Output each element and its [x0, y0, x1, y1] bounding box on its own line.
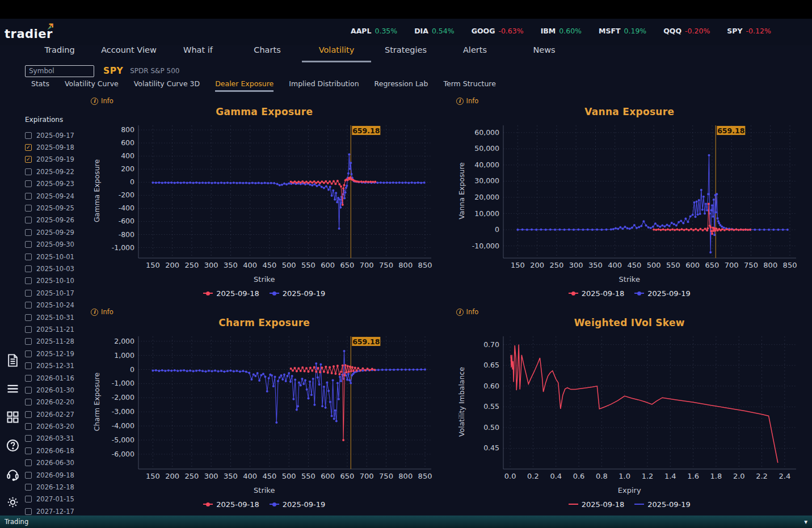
legend-item[interactable]: 2025-09-19 — [270, 289, 326, 298]
ticker-item-qqq[interactable]: QQQ-0.20% — [663, 27, 710, 35]
checkbox-icon[interactable]: ✓ — [25, 241, 32, 248]
expiration-row[interactable]: ✓2025-09-30 — [25, 239, 85, 251]
checkbox-icon[interactable]: ✓ — [25, 277, 32, 284]
chart-plot-vanna-exposure[interactable]: 1502002503003504004505005506006507007508… — [456, 121, 803, 273]
tradier-logo[interactable]: tradier — [5, 22, 55, 43]
legend-item[interactable]: 2025-09-19 — [270, 500, 326, 509]
nav-item-news[interactable]: News — [510, 45, 579, 62]
expiration-row[interactable]: ✓2025-09-26 — [25, 214, 85, 226]
checkbox-icon[interactable]: ✓ — [25, 314, 32, 321]
checkbox-icon[interactable]: ✓ — [25, 180, 32, 187]
subtab-stats[interactable]: Stats — [31, 79, 49, 92]
ticker-item-msft[interactable]: MSFT0.19% — [599, 27, 646, 35]
legend-item[interactable]: 2025-09-18 — [203, 500, 259, 509]
checkbox-icon[interactable]: ✓ — [25, 387, 32, 394]
expiration-row[interactable]: ✓2025-09-23 — [25, 178, 85, 190]
expiration-row[interactable]: ✓2026-02-20 — [25, 396, 85, 408]
subtab-term-structure[interactable]: Term Structure — [443, 79, 495, 92]
checkbox-icon[interactable]: ✓ — [25, 302, 32, 309]
expiration-row[interactable]: ✓2025-09-17 — [25, 129, 85, 141]
subtab-implied-distribution[interactable]: Implied Distribution — [289, 79, 359, 92]
menu-icon[interactable] — [5, 381, 20, 396]
subtab-dealer-exposure[interactable]: Dealer Exposure — [215, 79, 274, 92]
legend-item[interactable]: 2025-09-18 — [203, 289, 259, 298]
checkbox-icon[interactable]: ✓ — [25, 508, 32, 515]
legend-item[interactable]: 2025-09-18 — [569, 500, 625, 509]
ticker-item-aapl[interactable]: AAPL0.35% — [351, 27, 397, 35]
checkbox-icon[interactable]: ✓ — [25, 435, 32, 442]
ticker-item-goog[interactable]: GOOG-0.63% — [472, 27, 524, 35]
checkbox-icon[interactable]: ✓ — [25, 290, 32, 297]
checkbox-icon[interactable]: ✓ — [25, 338, 32, 345]
symbol-input[interactable] — [25, 65, 94, 77]
checkbox-icon[interactable]: ✓ — [25, 362, 32, 369]
expiration-row[interactable]: ✓2025-10-17 — [25, 287, 85, 299]
legend-item[interactable]: 2025-09-19 — [634, 500, 691, 509]
chart-plot-weighted-ivol-skew[interactable]: 0.00.20.40.60.81.01.21.41.61.82.02.22.40… — [456, 332, 803, 484]
expiration-row[interactable]: ✓2025-10-01 — [25, 251, 85, 263]
checkbox-icon[interactable]: ✓ — [25, 229, 32, 236]
checkbox-checked-icon[interactable]: ✓ — [25, 156, 32, 163]
expiration-row[interactable]: ✓2025-09-24 — [25, 190, 85, 202]
legend-item[interactable]: 2025-09-18 — [569, 289, 625, 298]
checkbox-icon[interactable]: ✓ — [25, 168, 32, 175]
ticker-item-dia[interactable]: DIA0.54% — [414, 27, 454, 35]
nav-item-what-if[interactable]: What if — [163, 45, 233, 62]
checkbox-icon[interactable]: ✓ — [25, 350, 32, 357]
checkbox-icon[interactable]: ✓ — [25, 205, 32, 212]
expiration-row[interactable]: ✓2025-12-19 — [25, 348, 85, 360]
checkbox-icon[interactable]: ✓ — [25, 375, 32, 382]
checkbox-icon[interactable]: ✓ — [25, 447, 32, 454]
chart-plot-gamma-exposure[interactable]: 1502002503003504004505005506006507007508… — [91, 121, 438, 273]
expiration-row[interactable]: ✓2025-10-24 — [25, 299, 85, 311]
expiration-row[interactable]: ✓2025-09-18 — [25, 141, 85, 153]
expiration-row[interactable]: ✓2025-09-25 — [25, 202, 85, 214]
expiration-row[interactable]: ✓2025-11-21 — [25, 323, 85, 335]
checkbox-icon[interactable]: ✓ — [25, 132, 32, 139]
nav-item-alerts[interactable]: Alerts — [440, 45, 510, 62]
nav-item-account-view[interactable]: Account View — [94, 45, 163, 62]
expiration-row[interactable]: ✓2026-12-18 — [25, 481, 85, 493]
expiration-row[interactable]: ✓2025-09-19 — [25, 154, 85, 166]
chart-plot-charm-exposure[interactable]: 1502002503003504004505005506006507007508… — [91, 332, 438, 484]
checkbox-icon[interactable]: ✓ — [25, 496, 32, 502]
expiration-row[interactable]: ✓2026-02-27 — [25, 408, 85, 420]
checkbox-icon[interactable]: ✓ — [25, 472, 32, 479]
expiration-row[interactable]: ✓2025-10-03 — [25, 263, 85, 274]
checkbox-icon[interactable]: ✓ — [25, 326, 32, 333]
info-button[interactable]: iInfo — [456, 307, 479, 317]
expiration-row[interactable]: ✓2026-03-20 — [25, 420, 85, 432]
support-headset-icon[interactable] — [5, 466, 20, 481]
info-button[interactable]: iInfo — [91, 96, 113, 106]
help-icon[interactable] — [5, 438, 20, 453]
expiration-row[interactable]: ✓2025-10-10 — [25, 275, 85, 287]
expiration-row[interactable]: ✓2026-01-16 — [25, 372, 85, 384]
checkbox-icon[interactable]: ✓ — [25, 411, 32, 418]
nav-item-volatility[interactable]: Volatility — [302, 45, 371, 62]
expiration-row[interactable]: ✓2026-09-18 — [25, 469, 85, 481]
settings-gear-icon[interactable] — [5, 495, 20, 510]
subtab-regression-lab[interactable]: Regression Lab — [375, 79, 428, 92]
expiration-row[interactable]: ✓2026-01-30 — [25, 384, 85, 396]
info-button[interactable]: iInfo — [456, 96, 479, 106]
checkbox-icon[interactable]: ✓ — [25, 459, 32, 466]
nav-item-strategies[interactable]: Strategies — [371, 45, 440, 62]
checkbox-icon[interactable]: ✓ — [25, 423, 32, 430]
checkbox-icon[interactable]: ✓ — [25, 399, 32, 405]
expiration-row[interactable]: ✓2027-01-15 — [25, 493, 85, 505]
ticker-item-ibm[interactable]: IBM0.60% — [541, 27, 582, 35]
apps-grid-icon[interactable] — [5, 409, 20, 425]
legend-item[interactable]: 2025-09-19 — [634, 289, 691, 298]
expiration-row[interactable]: ✓2025-09-22 — [25, 166, 85, 178]
subtab-volatility-curve[interactable]: Volatility Curve — [65, 79, 119, 92]
expiration-row[interactable]: ✓2026-03-31 — [25, 433, 85, 445]
expiration-row[interactable]: ✓2025-12-31 — [25, 360, 85, 371]
expiration-row[interactable]: ✓2025-11-28 — [25, 336, 85, 348]
subtab-volatility-curve-3d[interactable]: Volatility Curve 3D — [134, 79, 200, 92]
checkbox-icon[interactable]: ✓ — [25, 254, 32, 260]
checkbox-icon[interactable]: ✓ — [25, 484, 32, 491]
statusbar-caret-icon[interactable]: ▾ — [804, 518, 807, 526]
nav-item-charts[interactable]: Charts — [233, 45, 302, 62]
document-icon[interactable] — [5, 353, 20, 368]
expiration-row[interactable]: ✓2026-06-30 — [25, 457, 85, 469]
